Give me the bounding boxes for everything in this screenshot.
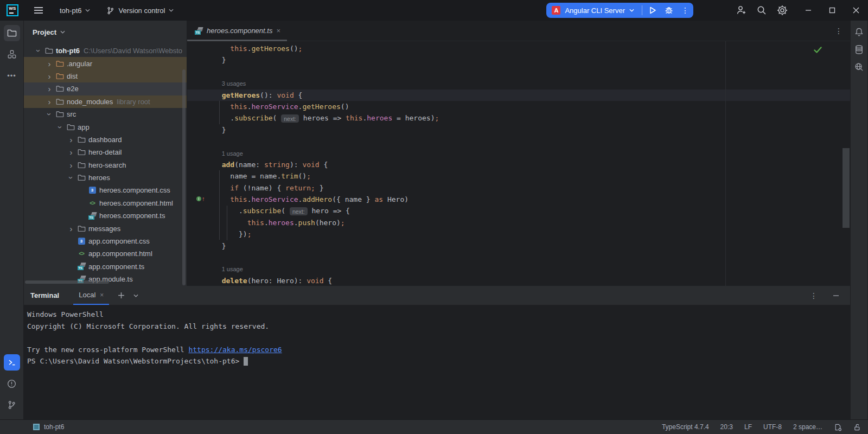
- close-button[interactable]: [844, 0, 868, 21]
- tree-item-e2e[interactable]: ›e2e: [24, 82, 187, 95]
- tab-heroes-component-ts[interactable]: TS heroes.component.ts ×: [187, 21, 287, 41]
- version-control-tool-button[interactable]: [4, 397, 20, 413]
- terminal-options-icon[interactable]: ⋮: [810, 291, 818, 300]
- tree-item-toh-pt6[interactable]: ›toh-pt6C:\Users\David Watson\Websto: [24, 44, 187, 57]
- new-terminal-button[interactable]: [118, 292, 125, 299]
- tree-item-messages[interactable]: ›messages: [24, 222, 187, 234]
- hide-terminal-button[interactable]: [833, 292, 839, 299]
- debug-button[interactable]: [661, 3, 677, 18]
- terminal-link[interactable]: https://aka.ms/pscore6: [188, 346, 282, 354]
- indent-widget[interactable]: 2 space…: [793, 423, 822, 431]
- structure-tool-button[interactable]: [4, 46, 20, 62]
- chevron-down-icon[interactable]: ›: [67, 173, 75, 183]
- endpoints-tool-button[interactable]: [854, 62, 864, 72]
- tree-item-heroes[interactable]: ›heroes: [24, 171, 187, 184]
- code-line[interactable]: }: [213, 124, 850, 136]
- chevron-right-icon[interactable]: ›: [44, 72, 54, 80]
- chevron-down-icon[interactable]: ›: [56, 122, 65, 132]
- code-line[interactable]: this.heroService.addHero({ name } as Her…: [213, 194, 850, 205]
- chevron-right-icon[interactable]: ›: [44, 60, 54, 68]
- project-widget[interactable]: toh-pt6: [54, 2, 95, 18]
- chevron-right-icon[interactable]: ›: [66, 161, 76, 169]
- tree-item-app.component.ts[interactable]: ›TSapp.component.ts: [24, 260, 187, 273]
- terminal-output[interactable]: Windows PowerShellCopyright (C) Microsof…: [24, 305, 850, 419]
- statusbar-project-widget[interactable]: toh-pt6: [0, 423, 64, 431]
- terminal-tool-button[interactable]: [4, 354, 20, 371]
- encoding-widget[interactable]: UTF-8: [763, 423, 782, 431]
- code-line[interactable]: .subscribe( next: hero => {: [213, 205, 850, 216]
- caret-position-widget[interactable]: 20:3: [720, 423, 733, 431]
- chevron-right-icon[interactable]: ›: [66, 148, 76, 156]
- file-type-widget[interactable]: TypeScript 4.7.4: [662, 423, 709, 431]
- code-line[interactable]: 3 usages: [213, 78, 850, 89]
- chevron-down-icon[interactable]: ›: [46, 110, 54, 119]
- database-tool-button[interactable]: [854, 44, 864, 55]
- code-line[interactable]: [213, 136, 850, 147]
- code-line[interactable]: delete(hero: Hero): void {: [213, 275, 850, 286]
- chevron-right-icon[interactable]: ›: [44, 98, 54, 106]
- code-line[interactable]: this.heroes.push(hero);: [213, 217, 850, 228]
- chevron-down-icon[interactable]: ›: [35, 46, 43, 56]
- chevron-right-icon[interactable]: ›: [44, 85, 54, 93]
- main-menu-button[interactable]: [30, 2, 47, 18]
- code-line[interactable]: 1 usage: [213, 263, 850, 275]
- run-button[interactable]: [644, 3, 661, 18]
- unlocked-icon[interactable]: [853, 423, 861, 431]
- problems-tool-button[interactable]: [4, 375, 20, 392]
- code-line[interactable]: .subscribe( next: heroes => this.heroes …: [213, 112, 850, 124]
- code-area[interactable]: this.getHeroes(); } 3 usages getHeroes()…: [213, 41, 850, 286]
- chevron-right-icon[interactable]: ›: [66, 136, 76, 144]
- tree-item-dashboard[interactable]: ›dashboard: [24, 133, 187, 146]
- terminal-tab-local[interactable]: Local ×: [73, 286, 109, 305]
- notifications-tool-button[interactable]: [854, 27, 864, 37]
- inspections-ok-icon[interactable]: [814, 47, 822, 53]
- tree-item-heroes.component.ts[interactable]: ›TSheroes.component.ts: [24, 209, 187, 222]
- tree-item-dist[interactable]: ›dist: [24, 70, 187, 82]
- line-separator-widget[interactable]: LF: [744, 423, 752, 431]
- project-tool-button[interactable]: [4, 25, 20, 41]
- code-line[interactable]: add(name: string): void {: [213, 159, 850, 170]
- tab-options-icon[interactable]: ⋮: [835, 21, 843, 41]
- rx-gutter-marker-icon[interactable]: ↑: [196, 196, 205, 202]
- search-everywhere-button[interactable]: [756, 5, 767, 16]
- tree-item-heroes.component.html[interactable]: ›<>heroes.component.html: [24, 197, 187, 209]
- code-line[interactable]: });: [213, 228, 850, 240]
- tree-item-app[interactable]: ›app: [24, 120, 187, 133]
- code-line[interactable]: 1 usage: [213, 148, 850, 159]
- run-config-selector[interactable]: A Angular CLI Server: [546, 6, 640, 15]
- terminal-dropdown-button[interactable]: [133, 294, 138, 297]
- settings-button[interactable]: [777, 5, 788, 16]
- code-line[interactable]: this.getHeroes();: [213, 43, 850, 54]
- code-line[interactable]: this.heroService.getHeroes(): [213, 101, 850, 112]
- tree-item-hero-search[interactable]: ›hero-search: [24, 159, 187, 171]
- code-line[interactable]: }: [213, 54, 850, 66]
- tree-item-.angular[interactable]: ›.angular: [24, 57, 187, 69]
- code-line[interactable]: name = name.trim();: [213, 170, 850, 182]
- tab-close-icon[interactable]: ×: [276, 27, 280, 35]
- tree-item-app.component.html[interactable]: ›<>app.component.html: [24, 247, 187, 260]
- tree-item-hero-detail[interactable]: ›hero-detail: [24, 146, 187, 158]
- code-line[interactable]: [213, 66, 850, 78]
- code-style-icon[interactable]: [834, 423, 842, 431]
- terminal-tab-close-icon[interactable]: ×: [100, 291, 104, 299]
- more-tool-windows-button[interactable]: •••: [4, 67, 20, 84]
- code-with-me-button[interactable]: [736, 5, 746, 16]
- code-line[interactable]: [213, 252, 850, 263]
- tree-item-node_modules[interactable]: ›node_moduleslibrary root: [24, 95, 187, 108]
- code-line[interactable]: if (!name) { return; }: [213, 182, 850, 194]
- tree-item-src[interactable]: ›src: [24, 108, 187, 120]
- editor-scrollbar[interactable]: [843, 148, 850, 228]
- maximize-button[interactable]: [820, 0, 844, 21]
- vcs-widget[interactable]: Version control: [101, 2, 179, 18]
- chevron-right-icon[interactable]: ›: [66, 225, 76, 233]
- project-horizontal-scrollbar[interactable]: [25, 280, 109, 284]
- project-panel-header[interactable]: Project: [24, 21, 187, 43]
- project-vertical-scrollbar[interactable]: [182, 69, 186, 285]
- code-line[interactable]: }: [213, 240, 850, 252]
- minimize-button[interactable]: [796, 0, 820, 21]
- tree-item-app.component.css[interactable]: ›3app.component.css: [24, 235, 187, 247]
- run-more-button[interactable]: ⋮: [677, 3, 693, 18]
- tree-item-heroes.component.css[interactable]: ›3heroes.component.css: [24, 184, 187, 196]
- editor-body[interactable]: ↑ this.getHeroes(); } 3 usages getHeroes…: [187, 41, 850, 286]
- code-line[interactable]: getHeroes(): void {: [213, 90, 850, 101]
